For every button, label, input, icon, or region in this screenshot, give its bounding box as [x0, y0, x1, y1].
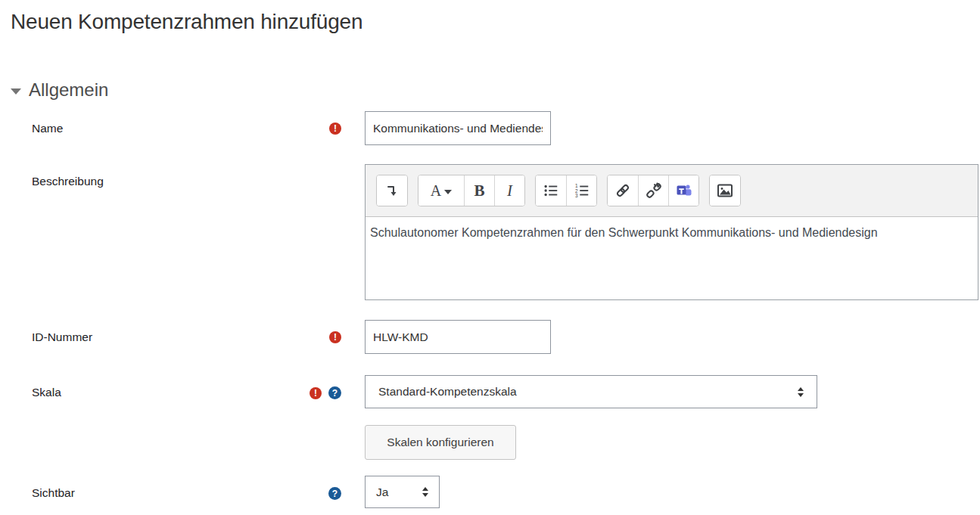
- form-row-scale: Skala ! ? Standard-Kompetenzskala: [11, 375, 978, 408]
- toolbar-group-font: A B I: [418, 175, 525, 206]
- idnumber-input[interactable]: [365, 320, 551, 354]
- toggle-toolbar-button[interactable]: [377, 175, 407, 206]
- microsoft-teams-icon: [675, 181, 693, 200]
- required-icon: !: [329, 331, 341, 343]
- teams-button[interactable]: [668, 175, 698, 206]
- bold-icon: B: [474, 181, 484, 200]
- ordered-list-icon: 1 2 3: [574, 182, 590, 199]
- description-label-cell: Beschreibung: [11, 164, 341, 188]
- image-button[interactable]: [710, 175, 740, 206]
- name-label: Name: [32, 122, 63, 135]
- form-row-name: Name !: [11, 111, 978, 145]
- link-button[interactable]: [608, 175, 638, 206]
- visible-selected-option: Ja: [376, 486, 388, 499]
- bold-button[interactable]: B: [464, 175, 494, 206]
- bullet-list-button[interactable]: [536, 175, 566, 206]
- section-header-allgemein[interactable]: Allgemein: [11, 78, 978, 102]
- unlink-button[interactable]: [638, 175, 668, 206]
- visible-label: Sichtbar: [32, 486, 75, 500]
- competency-framework-form-page: Neuen Kompetenzrahmen hinzufügen Allgeme…: [0, 0, 980, 508]
- unlink-icon: [645, 181, 663, 200]
- chevron-down-icon: [11, 88, 21, 95]
- idnumber-label: ID-Nummer: [32, 330, 92, 344]
- svg-text:3: 3: [575, 193, 578, 198]
- required-icon: !: [329, 123, 341, 135]
- italic-button[interactable]: I: [494, 175, 524, 206]
- image-icon: [716, 181, 734, 200]
- italic-icon: I: [507, 181, 512, 200]
- configure-scales-button[interactable]: Skalen konfigurieren: [365, 425, 516, 460]
- select-arrows-icon: [422, 487, 428, 497]
- font-style-letter: A: [431, 182, 441, 200]
- required-icon: !: [310, 387, 322, 399]
- help-icon[interactable]: ?: [328, 487, 341, 500]
- visible-select[interactable]: Ja: [365, 476, 440, 508]
- page-title: Neuen Kompetenzrahmen hinzufügen: [11, 9, 978, 35]
- spacer-label-cell: [11, 425, 341, 436]
- form-row-description: Beschreibung A: [11, 164, 978, 300]
- scale-label: Skala: [32, 386, 61, 399]
- ordered-list-button[interactable]: 1 2 3: [566, 175, 596, 206]
- section-title: Allgemein: [29, 78, 108, 102]
- form: Name ! Beschreibung: [11, 111, 978, 508]
- form-row-visible: Sichtbar ? Ja: [11, 476, 978, 508]
- toolbar-group-collapse: [376, 175, 408, 206]
- toolbar-group-media: [709, 175, 741, 206]
- name-input[interactable]: [365, 111, 551, 145]
- chevron-down-icon: [444, 190, 452, 194]
- editor-toolbar: A B I: [366, 165, 978, 217]
- arrow-corner-down-icon: [384, 182, 400, 199]
- visible-label-cell: Sichtbar ?: [11, 476, 341, 500]
- link-icon: [614, 181, 632, 200]
- toolbar-group-links: [607, 175, 699, 206]
- help-icon[interactable]: ?: [328, 386, 341, 399]
- idnumber-label-cell: ID-Nummer !: [11, 320, 341, 344]
- scale-selected-option: Standard-Kompetenzskala: [378, 385, 517, 399]
- select-arrows-icon: [798, 387, 804, 397]
- description-editor: A B I: [365, 164, 978, 300]
- scale-label-cell: Skala ! ?: [11, 375, 341, 399]
- toolbar-group-lists: 1 2 3: [535, 175, 597, 206]
- form-row-idnumber: ID-Nummer !: [11, 320, 978, 354]
- bullet-list-icon: [543, 182, 559, 199]
- font-style-button[interactable]: A: [418, 175, 464, 206]
- description-textarea[interactable]: Schulautonomer Kompetenzrahmen für den S…: [366, 217, 978, 299]
- name-label-cell: Name !: [11, 111, 341, 135]
- form-row-configure-scales: Skalen konfigurieren: [11, 425, 978, 460]
- scale-select[interactable]: Standard-Kompetenzskala: [365, 375, 817, 408]
- description-label: Beschreibung: [32, 175, 104, 188]
